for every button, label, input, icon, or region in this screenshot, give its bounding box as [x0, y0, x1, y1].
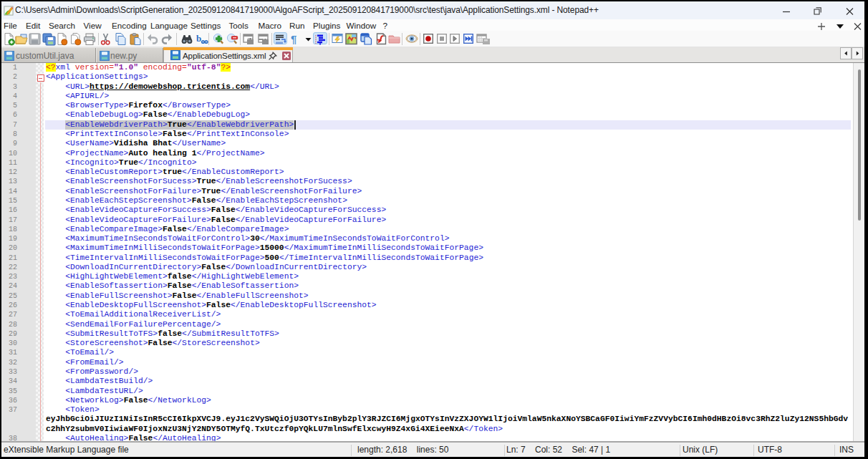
svg-text:¶: ¶ — [291, 33, 296, 45]
svg-text:b: b — [196, 33, 201, 44]
